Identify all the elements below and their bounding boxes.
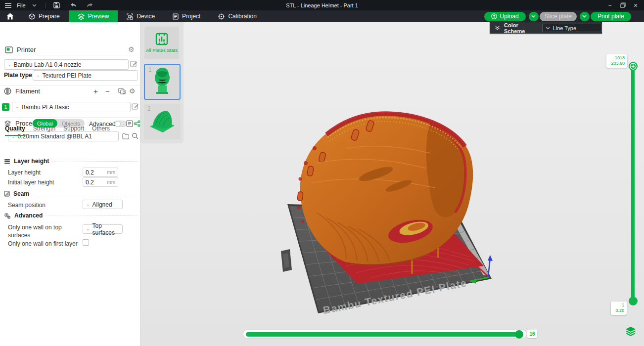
tab-quality[interactable]: Quality — [5, 123, 25, 136]
device-icon — [127, 13, 133, 20]
tab-strength[interactable]: Strength — [33, 123, 55, 136]
printer-icon — [5, 46, 13, 53]
close-button[interactable]: × — [629, 0, 642, 10]
calibration-icon — [218, 13, 225, 20]
filament-section-title: Filament — [15, 87, 40, 95]
color-scheme-select[interactable]: Line Type — [542, 24, 602, 32]
redo-icon[interactable] — [86, 2, 93, 9]
tab-preview[interactable]: Preview — [69, 10, 118, 22]
plate-thumbnail-1[interactable]: 1 — [144, 64, 181, 100]
plate-thumbnail-2[interactable]: 2 — [144, 104, 181, 139]
layer-slider-top-handle[interactable] — [629, 62, 638, 71]
upload-icon — [491, 13, 497, 19]
print-dropdown-button[interactable] — [580, 12, 590, 21]
color-scheme-bar: Color Scheme Line Type — [490, 22, 602, 34]
plate-type-label: Plate type — [4, 72, 32, 79]
step-slider-fill — [246, 332, 517, 337]
add-filament-button[interactable]: + — [93, 87, 98, 95]
color-scheme-label: Color Scheme — [504, 22, 538, 34]
tab-project[interactable]: Project — [164, 10, 209, 22]
group-title-seam: Seam — [13, 190, 29, 197]
top-layer-height: 203.60 — [609, 61, 625, 66]
flushing-volumes-icon[interactable] — [118, 88, 126, 94]
upload-button[interactable]: Upload — [484, 12, 526, 21]
collapse-chevrons-icon[interactable] — [495, 26, 500, 31]
add-pause-plus-icon — [629, 62, 638, 71]
advanced-group-icon — [4, 213, 11, 219]
print-plate-button[interactable]: Print plate — [591, 12, 631, 21]
remove-filament-button[interactable]: − — [105, 87, 110, 95]
group-title-layer-height: Layer height — [14, 158, 49, 165]
stats-chart-icon — [155, 33, 168, 45]
tab-device[interactable]: Device — [118, 10, 164, 22]
home-icon[interactable] — [0, 10, 20, 22]
bottom-layer-height: 0.20 — [613, 308, 624, 313]
top-layer-number: 1018 — [609, 55, 625, 61]
file-menu-chevron-icon[interactable] — [31, 2, 39, 9]
toolbar-divider — [46, 2, 46, 8]
hamburger-menu-icon[interactable] — [4, 2, 12, 9]
filament-slot-badge: 1 — [2, 103, 9, 111]
scene-3d[interactable]: Bambu Textured PEI Plate — [140, 22, 644, 346]
layer-range-slider-track[interactable] — [631, 64, 635, 303]
tab-support[interactable]: Support — [63, 123, 84, 136]
tab-prepare[interactable]: Prepare — [20, 10, 69, 22]
process-tabs: Quality Strength Support Others — [0, 123, 140, 136]
tab-calibration[interactable]: Calibration — [209, 10, 265, 22]
seam-group-icon — [4, 191, 10, 197]
prepare-icon — [29, 13, 35, 20]
plate-type-select[interactable]: ⌄Textured PEI Plate — [33, 70, 138, 81]
minimize-button[interactable]: − — [603, 0, 616, 10]
all-plates-stats-button[interactable]: All Plates Stats — [144, 27, 179, 59]
undo-icon[interactable] — [70, 2, 78, 9]
printer-edit-icon[interactable] — [130, 60, 138, 68]
slice-dropdown-button[interactable] — [529, 12, 539, 21]
wall-top-surfaces-label: Only one wall on top surfaces — [8, 224, 81, 239]
save-icon[interactable] — [53, 2, 61, 9]
step-slider-handle[interactable] — [515, 330, 523, 339]
layer-slider-bottom-handle[interactable] — [629, 297, 638, 305]
file-menu[interactable]: File — [17, 2, 26, 8]
project-icon — [173, 13, 179, 20]
layer-height-group-icon — [4, 159, 10, 164]
filament-edit-icon[interactable] — [132, 103, 139, 110]
initial-layer-height-input[interactable]: 0.2 mm — [83, 177, 118, 187]
wall-first-layer-checkbox[interactable] — [83, 239, 89, 246]
layer-height-label: Layer height — [8, 169, 81, 177]
tab-others[interactable]: Others — [92, 123, 110, 136]
layer-slider-top-tooltip: 1018 203.60 — [606, 54, 627, 68]
preview-icon — [78, 13, 85, 20]
filament-settings-gear-icon[interactable]: ⚙ — [129, 87, 136, 94]
layer-height-input[interactable]: 0.2 mm — [83, 168, 118, 177]
wall-top-surfaces-select[interactable]: ⌄Top surfaces — [83, 224, 123, 234]
layers-view-icon[interactable] — [625, 327, 636, 337]
step-slider-value-badge: 16 — [527, 330, 537, 338]
stats-label: All Plates Stats — [146, 47, 178, 53]
layer-slider-bottom-tooltip: 1 0.20 — [611, 302, 627, 315]
printer-preset-select[interactable]: ⌄Bambu Lab A1 0.4 nozzle — [4, 59, 129, 70]
filament-preset-select[interactable]: ⌄Bambu PLA Basic — [12, 102, 131, 112]
bottom-layer-number: 1 — [613, 303, 624, 308]
printer-settings-gear-icon[interactable]: ⚙ — [128, 46, 135, 53]
slice-plate-button: Slice plate — [540, 12, 577, 21]
printer-section-title: Printer — [17, 46, 36, 53]
app-window: File STL - Lineage Helmet - Part 1 − × — [0, 0, 644, 346]
group-title-advanced: Advanced — [14, 212, 43, 219]
title-bar: File STL - Lineage Helmet - Part 1 − × — [0, 0, 644, 10]
window-title: STL - Lineage Helmet - Part 1 — [0, 0, 644, 10]
initial-layer-height-label: Initial layer height — [8, 179, 81, 187]
action-buttons: Upload Slice plate Print plate — [484, 11, 631, 21]
filament-icon — [4, 87, 11, 95]
chevron-down-icon — [546, 27, 550, 30]
seam-position-label: Seam position — [8, 202, 81, 210]
wall-first-layer-label: Only one wall on first layer — [8, 240, 87, 248]
restore-window-button[interactable] — [616, 0, 629, 10]
settings-panel: Printer ⚙ ⌄Bambu Lab A1 0.4 nozzle Plate… — [0, 22, 140, 346]
seam-position-select[interactable]: ⌄Aligned — [83, 200, 123, 209]
